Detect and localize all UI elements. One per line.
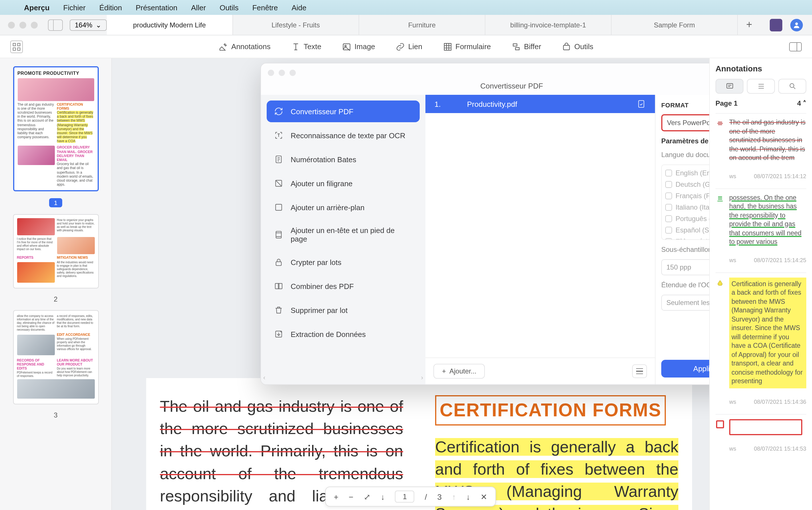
svg-point-19 xyxy=(790,84,794,88)
prev-page-button[interactable]: ↑ xyxy=(452,492,456,501)
svg-rect-11 xyxy=(276,204,282,210)
thumbnail-page-2[interactable]: How to organize your graphs and hold you… xyxy=(13,215,98,288)
scroll-down-icon[interactable]: ↓ xyxy=(381,492,385,501)
svg-rect-12 xyxy=(276,231,282,238)
doc-lang-label: Langue du document xyxy=(661,151,709,159)
tool-annotations[interactable]: Annotations xyxy=(219,42,270,51)
traffic-lights[interactable] xyxy=(8,21,38,28)
page-control-bar: + − ⤢ ↓ 1 / 3 ↑ ↓ ✕ xyxy=(325,487,496,507)
tool-lien[interactable]: Lien xyxy=(396,42,422,51)
annotations-page-header[interactable]: Page 1 4 ˄ xyxy=(716,100,806,107)
sidebar-item-extraction[interactable]: Extraction de Données xyxy=(267,323,420,345)
right-panel-toggle-icon[interactable] xyxy=(789,42,802,51)
sidebar-item-combiner[interactable]: Combiner des PDF xyxy=(267,275,420,297)
sidebar-item-entete[interactable]: Ajouter un en-tête et un pied de page xyxy=(267,221,420,249)
tool-formulaire[interactable]: Formulaire xyxy=(443,42,491,51)
lang-option[interactable]: Español (Spanish) xyxy=(665,224,709,236)
dialog-main: 1. Productivity.pdf + Ajouter... xyxy=(426,95,655,385)
fit-width-icon[interactable]: ⤢ xyxy=(364,492,371,501)
svg-rect-5 xyxy=(343,44,350,49)
annotation-card-rectangle[interactable] xyxy=(716,414,806,438)
page-input[interactable]: 1 xyxy=(395,490,414,503)
menu-aide[interactable]: Aide xyxy=(291,3,307,12)
zoom-select[interactable]: 164% ⌄ xyxy=(70,19,107,31)
thumbnail-page-3[interactable]: allow the company to access information … xyxy=(13,310,98,404)
tab-billing[interactable]: billing-invoice-template-1 xyxy=(485,15,612,35)
tool-texte[interactable]: Texte xyxy=(291,42,321,51)
pdf-converter-dialog: Convertisseur PDF Convertisseur PDF Reco… xyxy=(260,63,709,385)
annotation-card-underline[interactable]: possesses. On the one hand, the business… xyxy=(716,188,806,250)
search-annotations-button[interactable] xyxy=(778,79,806,94)
list-options-button[interactable] xyxy=(632,364,647,378)
annotation-card-strike[interactable]: The oil and gas industry is one of the m… xyxy=(716,113,806,166)
tool-image[interactable]: Image xyxy=(342,42,375,51)
lang-option[interactable]: Italiano (Italian) xyxy=(665,202,709,213)
resize-handle-icon[interactable]: ‹ xyxy=(263,374,265,381)
close-bar-button[interactable]: ✕ xyxy=(481,492,487,501)
file-list-empty[interactable] xyxy=(426,113,655,358)
dialog-right-panel: FORMAT Vers PowerPoint (.pptx) ⌄ Paramèt… xyxy=(655,95,709,385)
view-comments-button[interactable] xyxy=(716,79,744,94)
sidebar-item-bates[interactable]: Numérotation Bates xyxy=(267,148,420,170)
app-icon[interactable] xyxy=(770,19,782,31)
next-page-button[interactable]: ↓ xyxy=(466,492,470,501)
menu-aller[interactable]: Aller xyxy=(191,3,206,12)
menu-outils[interactable]: Outils xyxy=(220,3,238,12)
format-select[interactable]: Vers PowerPoint (.pptx) ⌄ xyxy=(661,114,709,131)
tab-sample-form[interactable]: Sample Form xyxy=(612,15,738,35)
menu-presentation[interactable]: Présentation xyxy=(136,3,177,12)
underline-icon xyxy=(716,193,725,247)
dialog-minimize-icon[interactable] xyxy=(279,69,285,76)
subsample-select[interactable]: 150 ppp ⌄ xyxy=(661,259,709,275)
tool-outils[interactable]: Outils xyxy=(561,42,593,51)
menu-edition[interactable]: Édition xyxy=(99,3,122,12)
resize-handle-icon[interactable]: › xyxy=(421,374,423,381)
header-footer-icon xyxy=(273,230,284,240)
annotations-title: Annotations xyxy=(716,64,806,73)
menu-fenetre[interactable]: Fenêtre xyxy=(252,3,278,12)
page-number-2: 2 xyxy=(54,295,57,303)
dialog-close-icon[interactable] xyxy=(268,69,274,76)
sidebar-item-arriere-plan[interactable]: Ajouter un arrière-plan xyxy=(267,196,420,218)
tab-furniture[interactable]: Furniture xyxy=(359,15,485,35)
sidebar-toggle-icon[interactable] xyxy=(48,19,63,31)
zoom-icon[interactable] xyxy=(31,21,38,28)
view-list-button[interactable] xyxy=(747,79,775,94)
rectangle-icon xyxy=(716,419,725,435)
lang-option[interactable]: Ελληνικά (Greek) xyxy=(665,236,709,240)
menu-fichier[interactable]: Fichier xyxy=(63,3,86,12)
dialog-zoom-icon[interactable] xyxy=(290,69,296,76)
thumbnail-page-1[interactable]: PROMOTE PRODUCTIVITY The oil and gas ind… xyxy=(13,66,98,192)
lang-option[interactable]: Deutsch (German) xyxy=(665,179,709,190)
user-avatar-icon[interactable] xyxy=(790,19,803,31)
sidebar-item-convertisseur[interactable]: Convertisseur PDF xyxy=(267,101,420,122)
ocr-range-select[interactable]: Seulement les PDFs nu... ⌄ xyxy=(661,295,709,311)
zoom-in-button[interactable]: + xyxy=(334,492,338,501)
tool-biffer[interactable]: Biffer xyxy=(511,42,541,51)
dialog-titlebar[interactable] xyxy=(261,63,709,82)
thumbnail-view-icon[interactable] xyxy=(10,40,23,53)
app-name[interactable]: Aperçu xyxy=(24,3,50,12)
add-file-button[interactable]: + Ajouter... xyxy=(433,364,485,379)
sidebar-item-filigrane[interactable]: Ajouter un filigrane xyxy=(267,172,420,194)
sidebar-item-supprimer[interactable]: Supprimer par lot xyxy=(267,299,420,321)
lang-option[interactable]: Português (Portuguese) xyxy=(665,213,709,224)
language-list[interactable]: English (English) Deutsch (German) Franç… xyxy=(661,165,709,240)
lang-option[interactable]: English (English) xyxy=(665,167,709,179)
annotation-card-highlight[interactable]: Certification is generally a back and fo… xyxy=(716,272,806,392)
svg-rect-2 xyxy=(18,43,20,46)
sidebar-item-crypter[interactable]: Crypter par lots xyxy=(267,251,420,273)
apply-button[interactable]: Appliquer xyxy=(661,360,709,377)
file-row[interactable]: 1. Productivity.pdf xyxy=(426,95,655,113)
tab-lifestyle[interactable]: Lifestyle - Fruits xyxy=(233,15,359,35)
close-icon[interactable] xyxy=(8,21,15,28)
annotations-view-segment xyxy=(716,79,806,94)
lang-option[interactable]: Français (French) xyxy=(665,190,709,202)
new-tab-button[interactable]: + xyxy=(738,19,761,31)
minimize-icon[interactable] xyxy=(20,21,26,28)
combine-icon xyxy=(273,281,284,291)
tab-productivity[interactable]: productivity Modern Life xyxy=(107,15,233,35)
zoom-out-button[interactable]: − xyxy=(349,492,353,501)
document-stage[interactable]: The oil and gas industry is one of the m… xyxy=(112,58,709,510)
sidebar-item-ocr[interactable]: Reconnaissance de texte par OCR xyxy=(267,124,420,146)
